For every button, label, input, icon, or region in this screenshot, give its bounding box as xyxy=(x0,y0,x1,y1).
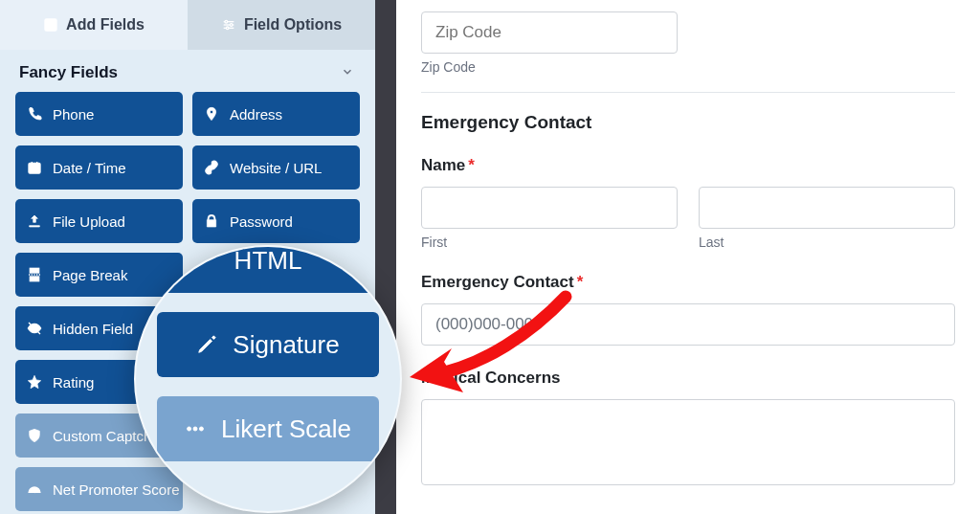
svg-point-21 xyxy=(199,427,203,431)
field-label: Hidden Field xyxy=(53,321,133,337)
field-signature[interactable]: Signature xyxy=(157,312,379,377)
svg-point-20 xyxy=(193,427,197,431)
field-likert[interactable]: Likert Scale xyxy=(157,396,379,461)
svg-rect-13 xyxy=(30,268,38,273)
svg-point-7 xyxy=(230,24,233,27)
chevron-down-icon xyxy=(341,65,354,81)
field-file-upload[interactable]: File Upload xyxy=(15,199,183,243)
layout-icon xyxy=(43,17,58,33)
sliders-icon xyxy=(221,17,236,33)
calendar-icon xyxy=(27,160,42,175)
field-label: Phone xyxy=(53,106,94,123)
required-asterisk: * xyxy=(468,156,475,174)
upload-icon xyxy=(27,213,42,229)
first-sublabel: First xyxy=(421,235,678,250)
emergency-phone-label: Emergency Contact* xyxy=(421,273,955,292)
field-datetime[interactable]: Date / Time xyxy=(15,145,183,190)
svg-rect-14 xyxy=(30,277,38,281)
sidebar-tabs: Add Fields Field Options xyxy=(0,0,375,50)
pin-icon xyxy=(204,106,219,122)
magnify-callout: HTML Signature Likert Scale xyxy=(134,245,402,513)
field-label: Date / Time xyxy=(53,160,126,176)
field-label: Password xyxy=(230,213,293,230)
field-label: Rating xyxy=(53,374,94,391)
tab-add-fields[interactable]: Add Fields xyxy=(0,0,188,50)
page-break-icon xyxy=(27,267,42,282)
field-password[interactable]: Password xyxy=(192,199,360,243)
field-label: Page Break xyxy=(53,267,127,283)
name-label: Name* xyxy=(421,156,955,175)
star-icon xyxy=(27,374,42,390)
field-phone[interactable]: Phone xyxy=(15,92,183,136)
dots-icon xyxy=(185,418,206,439)
field-label: File Upload xyxy=(53,213,125,230)
field-label: Likert Scale xyxy=(221,414,351,444)
field-page-break[interactable]: Page Break xyxy=(15,253,183,297)
shield-icon xyxy=(27,428,42,443)
field-url[interactable]: Website / URL xyxy=(192,145,360,190)
lock-icon xyxy=(204,213,219,229)
svg-point-19 xyxy=(188,427,191,431)
zip-input[interactable] xyxy=(421,11,678,54)
medical-label: Medical Concerns xyxy=(421,369,955,388)
link-icon xyxy=(204,160,219,175)
eye-off-icon xyxy=(27,321,42,336)
last-name-input[interactable] xyxy=(699,187,955,229)
svg-point-8 xyxy=(226,27,229,30)
section-emergency-title: Emergency Contact xyxy=(421,112,955,133)
phone-icon xyxy=(27,106,42,122)
section-title: Fancy Fields xyxy=(19,63,118,82)
section-header-fancy-fields[interactable]: Fancy Fields xyxy=(0,50,375,92)
tab-field-options[interactable]: Field Options xyxy=(188,0,375,50)
field-label: Website / URL xyxy=(230,160,322,176)
section-divider xyxy=(421,92,955,93)
field-label: HTML xyxy=(234,246,302,276)
svg-rect-0 xyxy=(45,19,56,31)
field-address[interactable]: Address xyxy=(192,92,360,136)
required-asterisk: * xyxy=(577,273,584,291)
field-net-promoter[interactable]: Net Promoter Score xyxy=(15,467,183,511)
last-sublabel: Last xyxy=(699,235,955,250)
tab-label: Field Options xyxy=(244,16,342,34)
svg-point-6 xyxy=(225,20,228,23)
emergency-phone-input[interactable] xyxy=(421,303,955,346)
pencil-icon xyxy=(196,334,217,355)
medical-textarea[interactable] xyxy=(421,399,955,485)
gauge-icon xyxy=(27,481,42,497)
field-label: Net Promoter Score xyxy=(53,481,180,498)
first-name-input[interactable] xyxy=(421,187,678,229)
tab-label: Add Fields xyxy=(66,16,145,34)
form-preview: Zip Code Emergency Contact Name* First L… xyxy=(396,0,980,514)
field-label: Address xyxy=(230,106,282,123)
field-label: Signature xyxy=(233,330,339,360)
zip-sublabel: Zip Code xyxy=(421,59,678,75)
svg-rect-9 xyxy=(29,163,40,173)
